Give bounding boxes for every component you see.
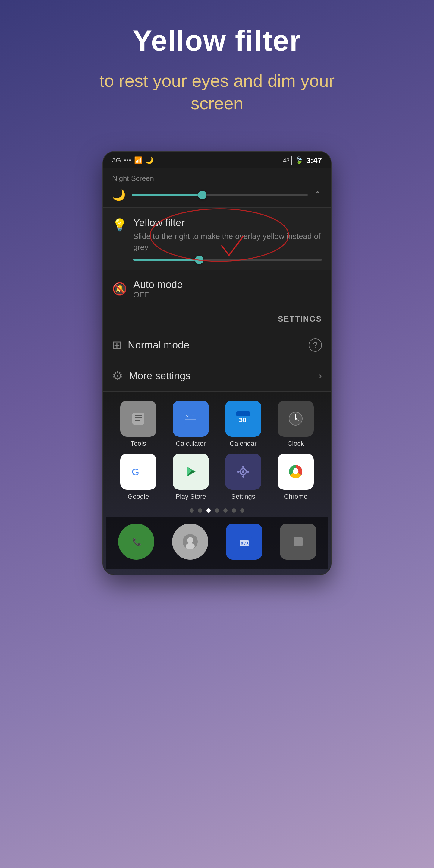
page-dot-6[interactable] — [240, 508, 244, 513]
gear-icon: ⚙ — [112, 369, 123, 383]
chevron-right-icon: › — [318, 370, 322, 381]
chrome-icon — [278, 454, 314, 490]
svg-point-32 — [293, 469, 298, 474]
battery-icon: 43 — [281, 156, 292, 165]
leaf-icon: 🍃 — [295, 156, 303, 164]
normal-mode-label: Normal mode — [128, 339, 303, 351]
page-dot-0[interactable] — [190, 508, 194, 513]
playstore-icon — [173, 454, 209, 490]
svg-rect-2 — [135, 415, 142, 416]
app-item-clock[interactable]: Clock — [273, 401, 319, 447]
playstore-label: Play Store — [176, 493, 206, 501]
svg-rect-26 — [242, 475, 244, 478]
svg-rect-28 — [247, 471, 249, 472]
app-item-chrome[interactable]: Chrome — [273, 454, 319, 501]
svg-rect-25 — [242, 466, 244, 468]
svg-point-24 — [242, 470, 244, 473]
svg-point-37 — [186, 543, 195, 549]
help-icon[interactable]: ? — [309, 338, 322, 352]
page-dot-3[interactable] — [215, 508, 219, 513]
calendar-label: Calendar — [230, 440, 256, 447]
svg-point-15 — [295, 418, 297, 420]
app-item-bottom-3[interactable]: SMS — [221, 524, 267, 560]
bottom-icon-4 — [280, 524, 316, 560]
page-dot-5[interactable] — [232, 508, 236, 513]
promo-area: Yellow filter to rest your eyes and dim … — [0, 0, 434, 133]
settings-app-icon — [225, 454, 261, 490]
time-display: 3:47 — [306, 156, 322, 165]
auto-mode-status: OFF — [133, 290, 322, 300]
moon-icon: 🌙 — [145, 156, 153, 164]
app-item-tools[interactable]: Tools — [115, 401, 162, 447]
svg-text:G: G — [132, 467, 139, 477]
clock-icon — [278, 401, 314, 437]
svg-rect-4 — [135, 420, 140, 421]
promo-subtitle: to rest your eyes and dim your screen — [82, 69, 352, 115]
status-right: 43 🍃 3:47 — [281, 156, 322, 165]
night-screen-section: Night Screen 🌙 ⌃ — [103, 168, 331, 208]
auto-mode-content: Auto mode OFF — [133, 278, 322, 300]
svg-text:=: = — [192, 414, 195, 419]
bell-slash-icon: 🔕 — [112, 282, 127, 296]
promo-title: Yellow filter — [133, 24, 301, 57]
chrome-label: Chrome — [284, 493, 307, 501]
wifi-icon: 📶 — [134, 156, 142, 164]
more-settings-section[interactable]: ⚙ More settings › — [103, 361, 331, 392]
app-item-calendar[interactable]: 30 Calendar — [220, 401, 267, 447]
yellow-filter-section: 💡 Yellow filter Slide to the right to ma… — [103, 208, 331, 270]
normal-mode-section[interactable]: ⊞ Normal mode ? — [103, 330, 331, 361]
svg-text:30: 30 — [239, 416, 246, 424]
app-item-bottom-4[interactable] — [275, 524, 321, 560]
bottom-icon-3: SMS — [226, 524, 262, 560]
clock-label: Clock — [287, 440, 304, 447]
slider-fill — [132, 194, 202, 196]
status-bar: 3G ▪▪▪ 📶 🌙 43 🍃 3:47 — [103, 152, 331, 168]
app-item-google[interactable]: G Google — [115, 454, 162, 501]
page-dot-4[interactable] — [223, 508, 227, 513]
more-settings-label: More settings — [129, 370, 313, 381]
app-item-bottom-2[interactable] — [167, 524, 213, 560]
calculator-icon: ×= — [173, 401, 209, 437]
slider-thumb[interactable] — [198, 191, 207, 199]
svg-rect-27 — [237, 471, 240, 472]
auto-mode-title: Auto mode — [133, 278, 322, 290]
yellow-filter-slider[interactable] — [133, 259, 322, 261]
yellow-slider-fill — [133, 259, 199, 261]
app-item-playstore[interactable]: Play Store — [167, 454, 214, 501]
yellow-slider-thumb[interactable] — [195, 255, 204, 264]
auto-mode-section: 🔕 Auto mode OFF — [103, 270, 331, 308]
app-item-calculator[interactable]: ×= Calculator — [167, 401, 214, 447]
collapse-icon[interactable]: ⌃ — [314, 189, 322, 201]
settings-button[interactable]: SETTINGS — [278, 314, 322, 323]
settings-app-label: Settings — [231, 493, 255, 501]
night-screen-label: Night Screen — [103, 168, 331, 186]
svg-text:SMS: SMS — [241, 541, 249, 546]
svg-rect-10 — [236, 411, 250, 416]
calculator-label: Calculator — [176, 440, 206, 447]
app-item-bottom-1[interactable]: 📞 — [113, 524, 159, 560]
settings-row: SETTINGS — [103, 308, 331, 330]
app-item-settings[interactable]: Settings — [220, 454, 267, 501]
calendar-icon: 30 — [225, 401, 261, 437]
app-grid-area: Tools ×= Calculator 30 Calendar Clock — [103, 392, 331, 575]
tools-label: Tools — [130, 440, 146, 447]
yellow-filter-row: 💡 Yellow filter Slide to the right to ma… — [112, 217, 322, 261]
night-screen-slider-row: 🌙 ⌃ — [103, 186, 331, 207]
brightness-icon: 💡 — [112, 218, 127, 232]
app-row-1: Tools ×= Calculator 30 Calendar Clock — [106, 398, 328, 451]
svg-rect-8 — [185, 419, 196, 420]
bottom-icon-2 — [172, 524, 208, 560]
signal-icon: ▪▪▪ — [124, 156, 131, 164]
night-moon-icon: 🌙 — [112, 189, 126, 201]
bottom-app-row: 📞 SMS — [106, 518, 328, 569]
svg-text:📞: 📞 — [132, 537, 141, 546]
google-icon: G — [120, 454, 156, 490]
svg-rect-1 — [132, 412, 144, 425]
svg-rect-3 — [135, 417, 142, 418]
page-dot-1[interactable] — [198, 508, 202, 513]
status-left: 3G ▪▪▪ 📶 🌙 — [112, 156, 153, 164]
page-dot-2[interactable] — [207, 508, 211, 513]
yellow-filter-title: Yellow filter — [133, 217, 322, 228]
night-screen-slider[interactable] — [132, 194, 308, 196]
phone-mockup: 3G ▪▪▪ 📶 🌙 43 🍃 3:47 Night Screen 🌙 ⌃ 💡 — [102, 151, 332, 575]
